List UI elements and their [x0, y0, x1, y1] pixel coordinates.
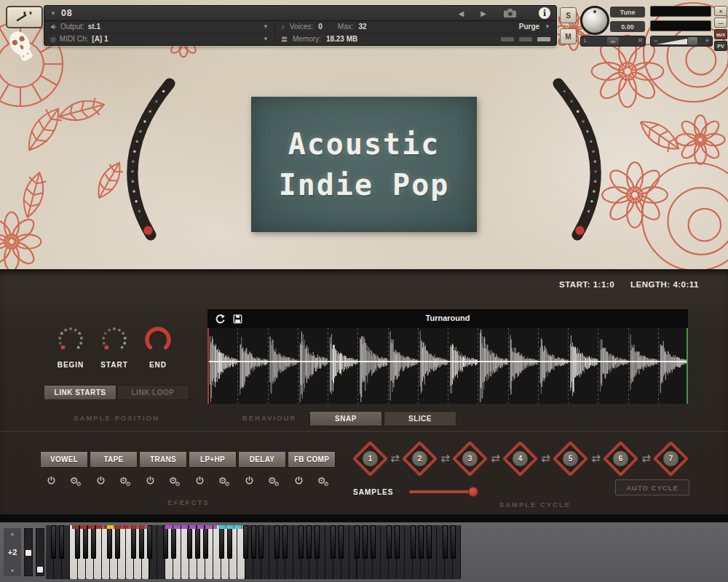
- gear-icon[interactable]: ⚙⚙: [169, 476, 181, 487]
- black-key-45[interactable]: [411, 525, 416, 559]
- black-key-32[interactable]: [306, 525, 312, 559]
- knob-begin[interactable]: [55, 324, 87, 356]
- black-key-25[interactable]: [251, 525, 256, 559]
- black-key-4[interactable]: [83, 525, 88, 559]
- power-icon[interactable]: [146, 475, 155, 488]
- sample-slot-7[interactable]: 7: [655, 442, 687, 474]
- sample-slot-diamond[interactable]: 5: [553, 440, 588, 476]
- samples-slider-handle[interactable]: [468, 487, 478, 497]
- minimize-icon[interactable]: —: [714, 17, 727, 28]
- tune-value[interactable]: 0.00: [610, 21, 645, 32]
- black-key-24[interactable]: [243, 525, 248, 559]
- gear-icon[interactable]: ⚙⚙: [268, 476, 280, 487]
- effect-button-tape[interactable]: TAPE: [90, 451, 138, 468]
- black-key-39[interactable]: [363, 525, 368, 559]
- black-key-42[interactable]: [387, 525, 392, 559]
- sample-slot-diamond[interactable]: 2: [402, 440, 438, 476]
- sample-slot-4[interactable]: 4: [505, 442, 537, 474]
- sample-slot-diamond[interactable]: 6: [603, 440, 638, 476]
- black-key-10[interactable]: [131, 525, 136, 559]
- power-icon[interactable]: [245, 475, 254, 488]
- pitch-wheel-handle[interactable]: [25, 550, 31, 556]
- output-caret-icon[interactable]: ▼: [263, 23, 269, 30]
- black-key-35[interactable]: [331, 525, 336, 559]
- swap-arrows-icon[interactable]: ⇄: [541, 452, 550, 465]
- purge-button[interactable]: Purge: [519, 23, 539, 31]
- info-icon[interactable]: i: [539, 7, 550, 19]
- effect-button-lp-hp[interactable]: LP+HP: [189, 451, 237, 468]
- swap-arrows-icon[interactable]: ⇄: [491, 452, 500, 465]
- black-key-33[interactable]: [314, 525, 320, 559]
- samples-slider[interactable]: [409, 486, 482, 498]
- swap-arrows-icon[interactable]: ⇄: [440, 452, 450, 465]
- black-key-0[interactable]: [51, 525, 56, 559]
- black-key-29[interactable]: [282, 525, 288, 559]
- black-key-22[interactable]: [227, 525, 232, 559]
- black-key-1[interactable]: [59, 525, 64, 559]
- knob-end[interactable]: [142, 324, 174, 356]
- sample-slot-diamond[interactable]: 4: [502, 440, 538, 476]
- midi-value[interactable]: [A] 1: [92, 35, 108, 43]
- black-key-3[interactable]: [75, 525, 80, 559]
- link-loop-button[interactable]: LINK LOOP: [116, 385, 189, 400]
- sample-slot-2[interactable]: 2: [404, 442, 436, 474]
- black-key-19[interactable]: [203, 525, 208, 559]
- volume-handle[interactable]: [688, 37, 697, 45]
- black-key-43[interactable]: [395, 525, 400, 559]
- purge-caret-icon[interactable]: ▼: [545, 23, 550, 30]
- auto-cycle-button[interactable]: AUTO CYCLE: [615, 479, 689, 495]
- black-key-18[interactable]: [195, 525, 200, 559]
- black-key-17[interactable]: [187, 525, 192, 559]
- black-key-11[interactable]: [139, 525, 144, 559]
- black-key-46[interactable]: [419, 525, 424, 559]
- pv-button[interactable]: PV: [714, 41, 727, 51]
- aux-button[interactable]: aux: [714, 29, 727, 39]
- pitch-wheel[interactable]: [24, 528, 33, 576]
- black-key-15[interactable]: [171, 525, 176, 559]
- snap-button[interactable]: SNAP: [309, 411, 382, 426]
- black-key-50[interactable]: [451, 525, 456, 559]
- power-icon[interactable]: [195, 475, 205, 488]
- black-key-7[interactable]: [107, 525, 112, 559]
- effect-button-delay[interactable]: DELAY: [238, 451, 286, 468]
- pan-handle[interactable]: ◂|▸: [607, 37, 619, 45]
- next-instrument-icon[interactable]: ▶: [480, 9, 486, 17]
- black-key-14[interactable]: [163, 525, 168, 559]
- midi-caret-icon[interactable]: ▼: [263, 36, 269, 42]
- gear-icon[interactable]: ⚙⚙: [317, 476, 329, 487]
- transpose-up-icon[interactable]: ▲: [10, 531, 15, 536]
- black-key-12[interactable]: [147, 525, 152, 559]
- effect-button-vowel[interactable]: VOWEL: [40, 451, 88, 468]
- volume-slider[interactable]: − +: [650, 36, 713, 47]
- swap-arrows-icon[interactable]: ⇄: [591, 452, 601, 465]
- sample-slot-diamond[interactable]: 7: [653, 440, 689, 476]
- link-starts-button[interactable]: LINK STARTS: [44, 385, 116, 400]
- collapse-caret-icon[interactable]: ▼: [50, 10, 56, 17]
- power-icon[interactable]: [96, 475, 106, 488]
- close-icon[interactable]: ×: [714, 6, 727, 16]
- knob-start[interactable]: [98, 324, 130, 356]
- waveform-canvas[interactable]: [207, 328, 688, 404]
- mod-wheel[interactable]: [36, 528, 44, 576]
- sample-slot-diamond[interactable]: 3: [452, 440, 488, 476]
- mod-wheel-handle[interactable]: [37, 567, 43, 573]
- transpose-down-icon[interactable]: ▼: [10, 568, 15, 573]
- slice-button[interactable]: SLICE: [384, 411, 456, 426]
- sample-slot-1[interactable]: 1: [354, 442, 386, 474]
- black-key-26[interactable]: [258, 525, 264, 559]
- snapshot-camera-icon[interactable]: [503, 8, 518, 18]
- black-key-5[interactable]: [91, 525, 96, 559]
- black-key-8[interactable]: [115, 525, 120, 559]
- black-key-47[interactable]: [427, 525, 432, 559]
- edit-wrench-button[interactable]: [6, 6, 43, 28]
- black-key-21[interactable]: [219, 525, 224, 559]
- black-key-40[interactable]: [371, 525, 376, 559]
- prev-instrument-icon[interactable]: ◀: [459, 9, 464, 17]
- sample-slot-5[interactable]: 5: [555, 442, 587, 474]
- black-key-36[interactable]: [339, 525, 344, 559]
- gear-icon[interactable]: ⚙⚙: [119, 476, 131, 487]
- gear-icon[interactable]: ⚙⚙: [218, 476, 230, 487]
- black-key-38[interactable]: [355, 525, 360, 559]
- sample-slot-diamond[interactable]: 1: [352, 440, 387, 476]
- black-key-49[interactable]: [443, 525, 448, 559]
